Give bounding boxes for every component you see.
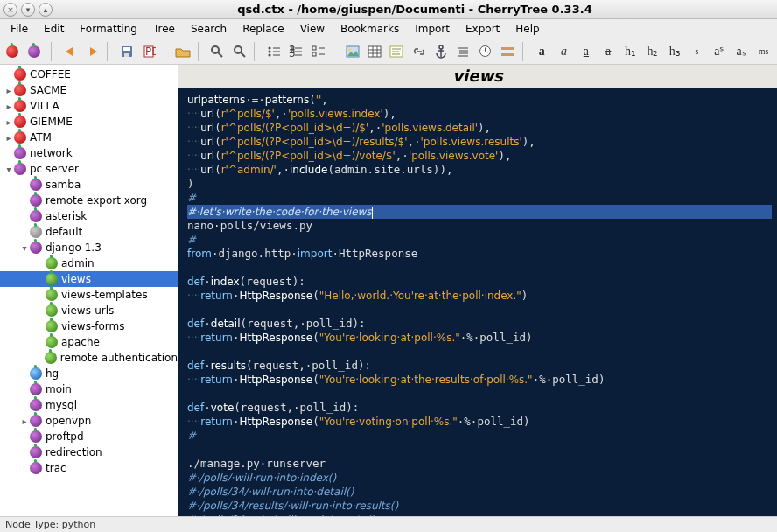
window-minimize-button[interactable]: ▾ xyxy=(21,3,35,17)
tree-node-sacme[interactable]: ▸SACME xyxy=(0,82,178,98)
horizontal-rule-icon[interactable] xyxy=(497,41,517,62)
tree-node-moin[interactable]: moin xyxy=(0,382,178,397)
tree-node-label: GIEMME xyxy=(30,116,73,128)
tree-node-atm[interactable]: ▸ATM xyxy=(0,130,178,145)
titlebar: × ▾ ▴ qsd.ctx - /home/giuspen/Documenti … xyxy=(0,0,777,19)
italic-button[interactable]: a xyxy=(554,41,574,62)
tree-node-coffee[interactable]: COFFEE xyxy=(0,66,178,82)
menu-search[interactable]: Search xyxy=(184,21,234,37)
tree-node-mysql[interactable]: mysql xyxy=(0,397,178,413)
tree-node-views-forms[interactable]: views-forms xyxy=(0,318,178,334)
h2-button[interactable]: h₂ xyxy=(642,41,662,62)
svg-point-7 xyxy=(234,46,242,53)
timestamp-icon[interactable] xyxy=(475,41,495,62)
tree-node-network[interactable]: network xyxy=(0,145,178,161)
menu-export[interactable]: Export xyxy=(458,21,507,37)
menu-tree[interactable]: Tree xyxy=(146,21,182,37)
tree-node-villa[interactable]: ▸VILLA xyxy=(0,98,178,114)
export-pdf-icon[interactable]: PDF xyxy=(138,41,158,62)
insert-image-icon[interactable] xyxy=(342,41,362,62)
tree-node-trac[interactable]: trac xyxy=(0,460,178,476)
monospace-button[interactable]: ms xyxy=(753,41,774,62)
menu-replace[interactable]: Replace xyxy=(235,21,290,37)
insert-codebox-icon[interactable] xyxy=(387,41,407,62)
cherry-icon xyxy=(30,399,42,411)
window-close-button[interactable]: × xyxy=(4,3,18,17)
tree-node-django-1-3[interactable]: ▾django 1.3 xyxy=(0,240,178,256)
tree-node-asterisk[interactable]: asterisk xyxy=(0,208,178,224)
tree-node-admin[interactable]: admin xyxy=(0,256,178,271)
subscript-button[interactable]: aₛ xyxy=(732,41,752,62)
window-title: qsd.ctx - /home/giuspen/Documenti - Cher… xyxy=(56,3,774,16)
arrow-left-icon[interactable] xyxy=(60,41,80,62)
expand-icon[interactable]: ▾ xyxy=(4,164,14,174)
cherry-red-icon[interactable] xyxy=(4,41,24,62)
menu-edit[interactable]: Edit xyxy=(37,21,71,37)
menu-help[interactable]: Help xyxy=(508,21,546,37)
tree-node-apache[interactable]: apache xyxy=(0,334,178,350)
tree-node-views-templates[interactable]: views-templates xyxy=(0,287,178,303)
svg-point-13 xyxy=(268,53,270,56)
underline-button[interactable]: a xyxy=(576,41,596,62)
tree-node-hg[interactable]: hg xyxy=(0,366,178,382)
tree-node-label: django 1.3 xyxy=(46,242,102,254)
tree-node-redirection[interactable]: redirection xyxy=(0,444,178,460)
arrow-right-icon[interactable] xyxy=(82,41,102,62)
expand-icon[interactable]: ▸ xyxy=(4,102,14,111)
tree-node-samba[interactable]: samba xyxy=(0,177,178,192)
cherry-icon xyxy=(14,131,26,144)
menu-formatting[interactable]: Formatting xyxy=(73,21,144,37)
save-icon[interactable] xyxy=(116,41,136,62)
replace-icon[interactable] xyxy=(229,41,249,62)
tree-node-label: SACME xyxy=(30,84,66,96)
insert-toc-icon[interactable] xyxy=(453,41,473,62)
menu-import[interactable]: Import xyxy=(408,21,457,37)
tree-node-views[interactable]: views xyxy=(0,271,178,287)
tree-panel[interactable]: COFFEE▸SACME▸VILLA▸GIEMME▸ATMnetwork▾pc … xyxy=(0,65,178,516)
code-area[interactable]: urlpatterns·=·patterns('', ····url(r'^po… xyxy=(178,88,777,516)
tree-node-label: apache xyxy=(61,336,100,348)
toolbar-separator xyxy=(164,42,169,61)
h3-button[interactable]: h₃ xyxy=(665,41,685,62)
tree-node-views-urls[interactable]: views-urls xyxy=(0,303,178,318)
tree-node-openvpn[interactable]: ▸openvpn xyxy=(0,413,178,429)
window-maximize-button[interactable]: ▴ xyxy=(38,3,52,17)
cherry-icon xyxy=(30,383,42,396)
cherry-icon xyxy=(46,336,58,348)
expand-icon[interactable]: ▸ xyxy=(4,133,14,143)
list-todo-icon[interactable] xyxy=(308,41,328,62)
cherry-purple-icon[interactable] xyxy=(25,41,46,62)
menu-bookmarks[interactable]: Bookmarks xyxy=(333,21,406,37)
insert-link-icon[interactable] xyxy=(409,41,429,62)
insert-table-icon[interactable] xyxy=(364,41,384,62)
tree-node-pc-server[interactable]: ▾pc server xyxy=(0,161,178,177)
tree-node-remote-export-xorg[interactable]: remote export xorg xyxy=(0,192,178,208)
node-title: views xyxy=(178,65,777,88)
svg-rect-2 xyxy=(124,53,130,57)
bold-button[interactable]: a xyxy=(532,41,552,62)
expand-icon[interactable]: ▸ xyxy=(19,416,30,426)
menu-file[interactable]: File xyxy=(4,21,35,37)
superscript-button[interactable]: aˢ xyxy=(709,41,729,62)
insert-anchor-icon[interactable] xyxy=(430,41,451,62)
cherry-icon xyxy=(14,116,26,128)
tree-node-giemme[interactable]: ▸GIEMME xyxy=(0,114,178,130)
list-bulleted-icon[interactable] xyxy=(263,41,284,62)
find-icon[interactable] xyxy=(207,41,228,62)
h1-button[interactable]: h₁ xyxy=(620,41,640,62)
strikethrough-button[interactable]: a xyxy=(598,41,619,62)
tree-node-label: admin xyxy=(61,257,94,270)
tree-node-remote-authentication[interactable]: remote authentication xyxy=(0,350,178,366)
menu-view[interactable]: View xyxy=(293,21,332,37)
expand-icon[interactable]: ▾ xyxy=(19,243,30,253)
small-button[interactable]: s xyxy=(687,41,707,62)
open-icon[interactable] xyxy=(173,41,193,62)
tree-node-default[interactable]: default xyxy=(0,224,178,240)
expand-icon[interactable]: ▸ xyxy=(4,117,14,127)
cherry-icon xyxy=(30,415,42,427)
tree-node-label: VILLA xyxy=(30,100,60,112)
tree-node-proftpd[interactable]: proftpd xyxy=(0,429,178,444)
expand-icon[interactable]: ▸ xyxy=(4,86,14,95)
list-numbered-icon[interactable]: 123 xyxy=(286,41,306,62)
cherry-icon xyxy=(14,163,26,175)
